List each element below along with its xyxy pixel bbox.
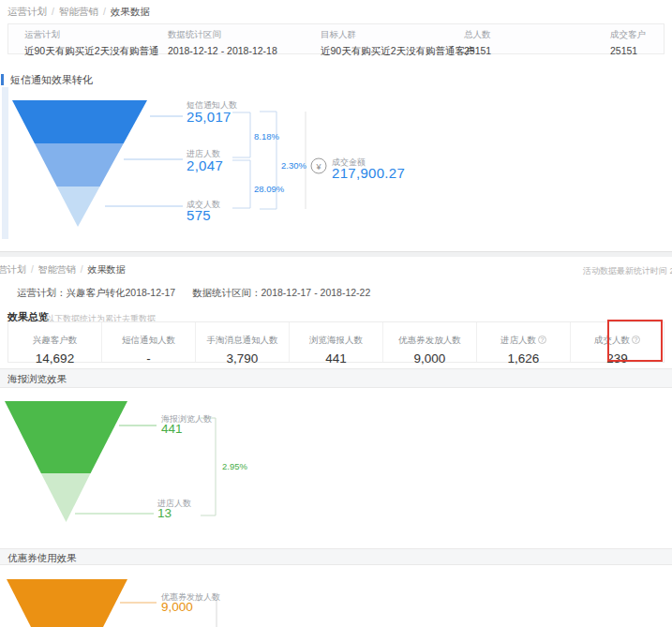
column-header: 短信通知人数 bbox=[122, 335, 175, 345]
breadcrumb-separator: / bbox=[81, 264, 83, 275]
column-value: 9,000 bbox=[383, 351, 476, 366]
overview-col-deals: 成交人数? 239 bbox=[571, 322, 664, 362]
column-value: 14,692 bbox=[8, 351, 101, 366]
amount-value: 217,900.27 bbox=[332, 165, 405, 181]
funnel-segment-notified bbox=[12, 100, 147, 143]
column-value: 239 bbox=[571, 351, 664, 366]
field-label: 总人数 bbox=[464, 29, 491, 41]
column-header: 成交人数 bbox=[594, 335, 630, 345]
range-info-row: 数据统计区间：2018-12-17 - 2018-12-22 bbox=[192, 287, 370, 300]
funnel-segment-poster-views bbox=[5, 401, 127, 473]
column-value: - bbox=[102, 351, 195, 366]
rate-bracket-step2 bbox=[232, 160, 250, 208]
breadcrumb-item-marketing[interactable]: 智能营销 bbox=[38, 264, 76, 275]
summary-field-range: 数据统计区间 2018-12-12 - 2018-12-18 bbox=[168, 29, 277, 56]
field-value: 25151 bbox=[610, 45, 646, 56]
coupon-funnel-chart bbox=[0, 562, 672, 627]
poster-section-header: 海报浏览效果 bbox=[0, 368, 672, 388]
breadcrumb-item-marketing[interactable]: 智能营销 bbox=[59, 6, 98, 17]
info-icon[interactable]: ? bbox=[538, 336, 546, 344]
rate-bracket bbox=[201, 418, 216, 515]
overview-col-coupons: 优惠券发放人数 9,000 bbox=[383, 322, 477, 362]
summary-field-total: 总人数 25151 bbox=[464, 29, 491, 56]
column-value: 3,790 bbox=[196, 351, 289, 366]
sms-section-title: 短信通知效果转化 bbox=[1, 74, 93, 85]
conversion-rate-step1: 8.18% bbox=[254, 131, 279, 142]
breadcrumb-separator: / bbox=[103, 6, 106, 17]
plan-value: 兴趣客户转化2018-12-17 bbox=[67, 287, 176, 298]
breadcrumb-item-plan[interactable]: 运营计划 bbox=[7, 6, 47, 17]
plan-info-row: 运营计划：兴趣客户转化2018-12-17 bbox=[17, 287, 175, 300]
field-value: 25151 bbox=[464, 45, 491, 56]
section-divider bbox=[0, 251, 672, 257]
funnel-level-value: 2,047 bbox=[187, 157, 223, 173]
column-header: 兴趣客户数 bbox=[33, 335, 78, 345]
column-header: 手淘消息通知人数 bbox=[207, 335, 278, 345]
field-label: 目标人群 bbox=[321, 29, 475, 41]
summary-field-plan: 运营计划 近90天有购买近2天没有购普通 bbox=[24, 29, 159, 58]
funnel-level-value: 441 bbox=[161, 422, 183, 436]
field-label: 运营计划 bbox=[24, 29, 159, 41]
breadcrumb: 运营计划/智能营销/效果数据 bbox=[7, 6, 150, 19]
overview-col-store-visits: 进店人数? 1,626 bbox=[477, 322, 571, 362]
breadcrumb-item-plan[interactable]: 运营计划 bbox=[0, 264, 26, 275]
field-label: 数据统计区间 bbox=[168, 29, 277, 41]
breadcrumb-separator: / bbox=[31, 264, 34, 275]
funnel-segment-converted bbox=[57, 187, 100, 227]
info-icon[interactable]: ? bbox=[632, 336, 640, 344]
overview-table: 兴趣客户数 14,692 短信通知人数 - 手淘消息通知人数 3,790 浏览海… bbox=[7, 321, 665, 363]
yen-icon: ¥ bbox=[315, 162, 321, 172]
breadcrumb-item-current: 效果数据 bbox=[111, 6, 150, 17]
overview-col-sms: 短信通知人数 - bbox=[102, 322, 196, 362]
poster-section-title: 海报浏览效果 bbox=[7, 373, 67, 386]
funnel-level-value: 9,000 bbox=[161, 600, 193, 614]
funnel-level-value: 575 bbox=[187, 207, 211, 223]
overview-col-taobao-msg: 手淘消息通知人数 3,790 bbox=[196, 322, 290, 362]
field-value: 近90天有购买近2天没有购普通客户 bbox=[321, 45, 475, 58]
field-value: 近90天有购买近2天没有购普通 bbox=[24, 45, 159, 58]
overview-col-interest: 兴趣客户数 14,692 bbox=[8, 322, 102, 362]
column-value: 1,626 bbox=[477, 351, 570, 366]
column-header: 浏览海报人数 bbox=[309, 335, 363, 345]
breadcrumb-item-current: 效果数据 bbox=[88, 264, 126, 275]
column-header: 优惠券发放人数 bbox=[398, 335, 461, 345]
breadcrumb-secondary: 运营计划/智能营销/效果数据 bbox=[0, 263, 126, 276]
summary-field-audience: 目标人群 近90天有购买近2天没有购普通客户 bbox=[321, 29, 475, 58]
overview-col-poster-views: 浏览海报人数 441 bbox=[290, 322, 383, 362]
rate-bracket-step1 bbox=[232, 112, 250, 157]
campaign-summary-card: 运营计划 近90天有购买近2天没有购普通 数据统计区间 2018-12-12 -… bbox=[7, 23, 665, 54]
conversion-rate-overall: 2.30% bbox=[281, 160, 306, 171]
breadcrumb-separator: / bbox=[52, 6, 54, 17]
column-value: 441 bbox=[290, 351, 382, 366]
conversion-rate: 2.95% bbox=[222, 461, 247, 471]
field-value: 2018-12-12 - 2018-12-18 bbox=[168, 45, 277, 56]
poster-funnel-chart bbox=[0, 387, 672, 537]
dashboard-page: 运营计划/智能营销/效果数据 运营计划 近90天有购买近2天没有购普通 数据统计… bbox=[0, 0, 672, 627]
summary-field-customers: 成交客户 25151 bbox=[610, 29, 646, 56]
range-value: 2018-12-17 - 2018-12-22 bbox=[261, 287, 371, 298]
funnel-segment-coupons-issued bbox=[7, 579, 127, 627]
rate-bracket-overall bbox=[260, 112, 276, 209]
range-label: 数据统计区间： bbox=[192, 287, 261, 298]
funnel-segment-visited bbox=[35, 143, 124, 187]
funnel-level-value: 25,017 bbox=[187, 109, 231, 125]
funnel-segment-store-visits bbox=[41, 473, 91, 522]
last-updated-text: 活动数据最新统计时间 2018-12 bbox=[583, 265, 672, 277]
column-header: 进店人数 bbox=[500, 335, 536, 345]
field-label: 成交客户 bbox=[610, 29, 646, 41]
funnel-level-value: 13 bbox=[157, 506, 172, 520]
plan-label: 运营计划： bbox=[17, 287, 67, 298]
conversion-rate-step2: 28.09% bbox=[254, 184, 284, 194]
